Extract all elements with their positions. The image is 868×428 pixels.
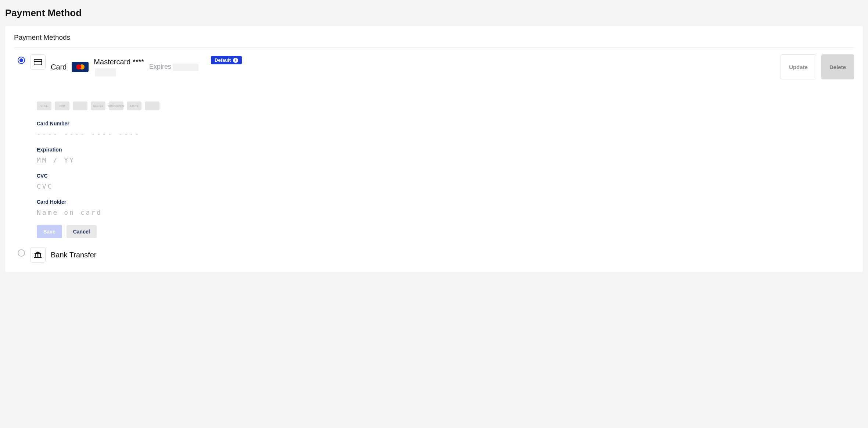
expiration-input[interactable] (37, 156, 228, 165)
method-label-bank: Bank Transfer (51, 251, 97, 259)
brand-unionpay-icon (145, 101, 159, 110)
mastercard-logo (72, 62, 89, 72)
card-edit-form: VISA JCB Diners DISCOVER AMEX Card Numbe… (37, 101, 228, 238)
svg-rect-3 (35, 254, 36, 257)
svg-rect-1 (34, 61, 42, 62)
payment-method-bank-row: Bank Transfer (14, 238, 854, 263)
card-number-label: Card Number (37, 121, 228, 126)
brand-visa-icon: VISA (37, 101, 51, 110)
brand-mastercard-icon (73, 101, 87, 110)
brand-discover-icon: DISCOVER (109, 101, 123, 110)
method-label-card: Card (51, 63, 67, 71)
bank-icon (30, 247, 46, 263)
cancel-button[interactable]: Cancel (67, 225, 97, 238)
payment-methods-panel: Payment Methods Card Mastercard **** (5, 26, 863, 272)
card-summary: Mastercard **** (94, 58, 144, 66)
radio-card[interactable] (18, 57, 25, 64)
svg-marker-2 (34, 252, 42, 254)
card-holder-label: Card Holder (37, 199, 228, 205)
expires-label: Expires (149, 63, 198, 71)
expiration-label: Expiration (37, 147, 228, 153)
default-badge-text: Default (215, 57, 231, 63)
page-title: Payment Method (5, 7, 863, 19)
brand-jcb-icon: JCB (55, 101, 69, 110)
svg-rect-4 (37, 254, 39, 257)
brand-diners-icon: Diners (91, 101, 105, 110)
payment-method-card-row: Card Mastercard **** Expires Default i (14, 48, 854, 79)
update-button[interactable]: Update (781, 54, 816, 79)
svg-rect-5 (40, 254, 41, 257)
redacted-inline (173, 64, 198, 71)
svg-rect-6 (34, 257, 42, 258)
svg-rect-0 (34, 60, 42, 65)
redacted-block (95, 68, 116, 76)
delete-button[interactable]: Delete (821, 54, 854, 79)
section-title: Payment Methods (14, 33, 854, 48)
cvc-input[interactable] (37, 182, 228, 191)
cvc-label: CVC (37, 173, 228, 179)
brand-amex-icon: AMEX (127, 101, 141, 110)
default-badge[interactable]: Default i (211, 56, 242, 64)
card-icon (30, 54, 46, 70)
info-icon: i (233, 58, 238, 63)
radio-bank[interactable] (18, 249, 25, 257)
card-number-input[interactable] (37, 129, 228, 139)
card-holder-input[interactable] (37, 208, 228, 217)
accepted-brands-strip: VISA JCB Diners DISCOVER AMEX (37, 101, 228, 110)
save-button[interactable]: Save (37, 225, 62, 238)
